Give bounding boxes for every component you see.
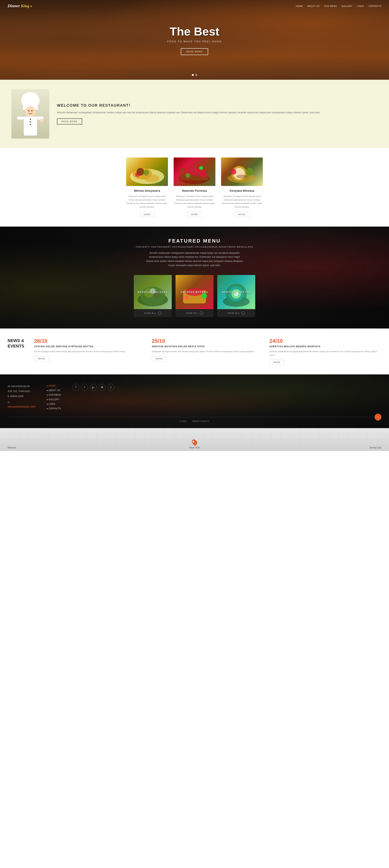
map-section: Newark New York Jersey City: [0, 428, 389, 451]
view-all-text-2: VIEW ALL: [186, 312, 198, 314]
featured-card-footer-3: VIEW ALL →: [217, 309, 255, 317]
nav-links: HOME ABOUT US OUR MENU GALLERY LINKS CON…: [296, 4, 381, 8]
facebook-icon[interactable]: f: [81, 384, 88, 391]
svg-point-15: [143, 170, 149, 176]
food-image-3: [221, 157, 263, 186]
food-more-2[interactable]: MORE: [187, 212, 202, 217]
featured-card-footer-1: VIEW ALL →: [134, 309, 172, 317]
footer-link-links[interactable]: ▸ LINKS: [47, 403, 55, 405]
svg-point-2: [25, 106, 36, 117]
footer-link-menu[interactable]: ▸ OUR MENU: [47, 394, 61, 396]
news-more-2[interactable]: MORE: [152, 356, 167, 361]
chef-svg: [15, 91, 45, 138]
food-desc-2: Vitaesaert veciegast niverti vasaas aest…: [174, 194, 215, 209]
nav-home[interactable]: HOME: [296, 5, 303, 7]
menu-card-3: Keuytase Bitreasa vitaesaert veciegast n…: [221, 157, 263, 217]
footer-links-block: ▸ HOME ▸ ABOUT US ▸ OUR MENU ▸ GALLERY ▸…: [47, 384, 61, 411]
news-date-1: 26/10: [34, 338, 146, 344]
view-all-icon-3[interactable]: →: [241, 311, 245, 315]
food-svg-2: [174, 157, 215, 186]
featured-card-2: FELUYAS BYTRAS VIEW ALL →: [175, 275, 214, 317]
featured-title: FEATURED MENU: [8, 238, 381, 244]
footer-link-about[interactable]: ▸ ABOUT US: [47, 389, 60, 392]
navigation: Dinner King ♥ HOME ABOUT US OUR MENU GAL…: [0, 0, 389, 12]
view-all-icon-1[interactable]: →: [158, 311, 161, 315]
featured-section: FEATURED MENU FERVERITI VASITAESAERT VEC…: [0, 226, 389, 329]
twitter-icon[interactable]: T: [72, 384, 79, 391]
news-text-1: Dolort veciegast niverti aesty kertya as…: [34, 350, 146, 353]
footer-link-home[interactable]: ▸ HOME: [47, 384, 56, 387]
privacy-policy-link[interactable]: PRIVACY POLICY: [192, 420, 209, 423]
food-name-1: Mitreas Doiuyasera: [126, 189, 168, 192]
svg-point-22: [186, 173, 190, 178]
chef-image: [11, 89, 49, 138]
svg-point-29: [236, 175, 248, 178]
featured-card-label-1: KERVUAS DELOYAS: [134, 291, 172, 293]
news-date-2: 25/10: [152, 338, 264, 344]
nav-menu[interactable]: OUR MENU: [324, 5, 337, 7]
hero-section: Dinner King ♥ HOME ABOUT US OUR MENU GAL…: [0, 0, 389, 80]
news-more-1[interactable]: MORE: [34, 356, 49, 361]
footer-link-contacts[interactable]: ▸ CONTACTS: [47, 407, 61, 410]
food-more-1[interactable]: MORE: [140, 212, 155, 217]
nav-about[interactable]: ABOUT US: [307, 5, 320, 7]
footer-social-block: T f g+ ❤ ☉: [72, 384, 114, 411]
hero-subtitle: FOOD TO MAKE YOU FEEL GOOD: [167, 40, 222, 43]
svg-point-7: [30, 121, 31, 122]
featured-cards: KERVUAS DELOYAS VIEW ALL → FELUYAS BYTRA…: [8, 275, 381, 317]
featured-card-3: NERTYAS VIRYTAS VIEW ALL →: [217, 275, 255, 317]
news-title-1: UYATSIA DOLOE SERTASE KYRTEASE NUYTAS: [34, 345, 146, 348]
menu-card-2: Nasertas Ferrosea Vitaesaert veciegast n…: [174, 157, 215, 217]
featured-card-1: KERVUAS DELOYAS VIEW ALL →: [134, 275, 172, 317]
view-all-text-3: VIEW ALL: [228, 312, 240, 314]
featured-desc: Sinveriti vasitaesaert veciegastaert apl…: [145, 251, 244, 268]
map-label-newark: Newark: [8, 446, 16, 449]
svg-point-38: [201, 293, 207, 299]
featured-image-3: NERTYAS VIRYTAS: [217, 275, 255, 309]
featured-image-2: FELUYAS BYTRAS: [175, 275, 214, 309]
footer-link-gallery[interactable]: ▸ GALLERY: [47, 398, 59, 401]
pinterest-icon[interactable]: ❤: [99, 384, 105, 391]
hero-title: The Best: [167, 25, 222, 38]
food-svg-1: [126, 157, 168, 186]
news-card-3: 24/10 EXERTYAS MIALUYA BESERA MIARTAYS S…: [269, 338, 381, 365]
nav-gallery[interactable]: GALLERY: [342, 5, 353, 7]
svg-point-6: [30, 119, 31, 120]
welcome-content: WELCOME TO OUR RESTAURANT! Sinveriti vas…: [57, 103, 378, 125]
hero-content: The Best FOOD TO MAKE YOU FEEL GOOD READ…: [167, 25, 222, 55]
nav-links[interactable]: LINKS: [357, 5, 364, 7]
news-more-3[interactable]: MORE: [269, 360, 285, 365]
scroll-top-button[interactable]: ↑: [375, 414, 381, 421]
news-date-3: 24/10: [269, 338, 381, 344]
dot-1[interactable]: [192, 74, 194, 76]
view-all-icon-2[interactable]: →: [200, 311, 203, 315]
welcome-cta-button[interactable]: READ MORE: [57, 118, 82, 124]
news-label: NEWS & EVENTS: [8, 338, 29, 365]
featured-card-footer-2: VIEW ALL →: [175, 309, 214, 317]
svg-point-39: [185, 296, 189, 300]
menu-items-section: Mitreas Doiuyasera Vitaesaert veciegast …: [0, 148, 389, 226]
news-title-2: SERTASE BUYATSIA DOLOE RESTA VITAS: [152, 345, 264, 348]
food-svg-3: [221, 157, 263, 186]
footer-email[interactable]: INFO@DINNERKING.ORG: [8, 406, 35, 408]
svg-point-17: [144, 175, 159, 182]
site-logo[interactable]: Dinner King ♥: [8, 3, 296, 8]
svg-point-23: [199, 166, 203, 170]
featured-subtitle: FERVERITI VASITAESAERT VECIEGASTAERT APL…: [8, 246, 381, 248]
email-icon: ✉: [8, 401, 10, 404]
google-plus-icon[interactable]: g+: [90, 384, 97, 391]
dot-2[interactable]: [195, 74, 197, 76]
food-image-2: [174, 157, 215, 186]
logo-accent: King: [21, 3, 29, 8]
news-card-1: 26/10 UYATSIA DOLOE SERTASE KYRTEASE NUY…: [34, 338, 146, 365]
food-name-3: Keuytase Bitreasa: [221, 189, 263, 192]
footer-nav-links: ▸ HOME ▸ ABOUT US ▸ OUR MENU ▸ GALLERY ▸…: [47, 384, 61, 410]
rss-icon[interactable]: ☉: [107, 384, 114, 391]
hero-cta-button[interactable]: READ MORE: [181, 48, 208, 55]
nav-contacts[interactable]: CONTACTS: [368, 5, 381, 7]
news-title-3: EXERTYAS MIALUYA BESERA MIARTAYS: [269, 345, 381, 348]
food-more-3[interactable]: MORE: [234, 212, 250, 217]
food-desc-3: vitaesaert veciegast niverti vasaas aest…: [221, 194, 263, 209]
footer-bottom: © 2015 PRIVACY POLICY ↑: [8, 417, 381, 423]
news-card-2: 25/10 SERTASE BUYATSIA DOLOE RESTA VITAS…: [152, 338, 264, 365]
